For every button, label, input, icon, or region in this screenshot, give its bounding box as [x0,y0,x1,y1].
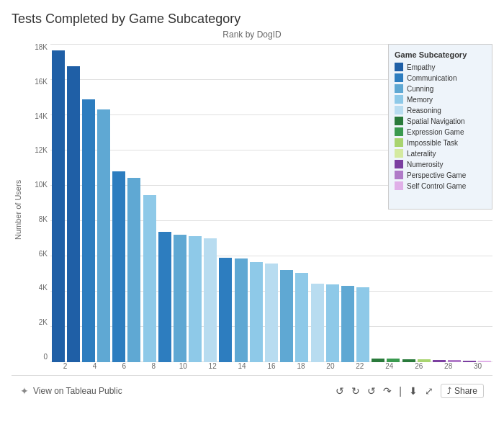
bar-group-8 [172,44,187,362]
chart-title: Tests Completed by Game Subcategory [12,12,492,27]
bar-20[interactable] [356,287,369,362]
bar-18[interactable] [326,284,339,362]
bar-24[interactable] [418,359,431,362]
legend-label-1: Communication [407,74,456,82]
bar-13[interactable] [250,262,263,362]
y-tick-2K: 2K [24,319,50,326]
x-tick-26: 26 [404,362,433,375]
bar-group-3 [96,44,112,362]
legend: Game SubcategoryEmpathyCommunicationCunn… [388,44,492,210]
bar-11[interactable] [219,258,232,362]
bar-group-7 [157,44,172,362]
tableau-link[interactable]: ✦ View on Tableau Public [20,385,122,397]
bar-27[interactable] [463,361,476,362]
y-tick-6K: 6K [24,251,50,258]
bar-1[interactable] [67,66,80,362]
bar-17[interactable] [311,284,324,362]
bar-group-4 [112,44,127,362]
x-tick-28: 28 [433,362,463,375]
legend-swatch-1 [395,73,403,82]
y-tick-0: 0 [24,354,50,361]
legend-item-11: Self Control Game [395,181,486,190]
bar-7[interactable] [158,232,171,362]
x-tick-24: 24 [374,362,404,375]
x-tick-16: 16 [257,362,287,375]
legend-item-10: Perspective Game [395,171,486,179]
share-button[interactable]: ⤴ Share [441,384,484,398]
redo-button[interactable]: ↻ [351,385,360,397]
undo-button[interactable]: ↺ [336,385,344,397]
bar-6[interactable] [143,195,156,362]
legend-label-8: Laterality [407,150,436,158]
legend-swatch-4 [395,106,403,114]
legend-item-3: Memory [395,95,486,104]
x-tick-22: 22 [345,362,374,375]
bar-22[interactable] [387,359,400,362]
bar-9[interactable] [189,236,202,362]
legend-item-7: Impossible Task [395,138,486,147]
legend-item-4: Reasoning [395,106,486,114]
bar-group-18 [325,44,340,362]
bar-group-1 [66,44,81,362]
bar-14[interactable] [265,264,278,362]
bar-0[interactable] [52,50,65,362]
expand-button[interactable]: ⤢ [425,385,433,397]
bar-19[interactable] [341,286,354,362]
y-tick-10K: 10K [24,181,50,189]
legend-swatch-0 [395,63,403,71]
bar-15[interactable] [280,270,293,362]
x-tick-18: 18 [287,362,316,375]
bar-group-10 [203,44,218,362]
legend-label-11: Self Control Game [407,182,466,190]
legend-item-5: Spatial Navigation [395,117,486,125]
share-icon: ⤴ [447,386,451,396]
bar-23[interactable] [402,359,415,362]
y-ticks: 02K4K6K8K10K12K14K16K18K [24,44,50,362]
legend-swatch-10 [395,171,403,179]
legend-swatch-8 [395,149,403,158]
y-tick-8K: 8K [24,216,50,223]
bar-group-9 [188,44,203,362]
bar-group-6 [142,44,157,362]
bar-2[interactable] [82,99,95,362]
bar-group-13 [248,44,264,362]
y-tick-4K: 4K [24,284,50,292]
bar-16[interactable] [295,273,308,362]
x-tick-2: 2 [50,362,80,375]
tableau-icon: ✦ [20,385,29,397]
bar-25[interactable] [433,360,446,362]
legend-label-4: Reasoning [407,107,441,114]
bar-12[interactable] [235,258,248,362]
forward-button[interactable]: ↷ [383,385,392,397]
bar-4[interactable] [112,171,125,362]
bar-21[interactable] [372,359,384,362]
bar-group-11 [218,44,233,362]
legend-label-5: Spatial Navigation [407,117,465,125]
bar-3[interactable] [97,109,110,362]
x-tick-12: 12 [198,362,228,375]
legend-item-8: Laterality [395,149,486,158]
back-button[interactable]: ↺ [367,385,376,397]
share-label: Share [454,386,477,396]
bar-28[interactable] [478,361,491,362]
bar-5[interactable] [127,178,140,362]
legend-swatch-6 [395,127,403,136]
legend-item-1: Communication [395,73,486,82]
y-tick-12K: 12K [24,147,50,154]
bar-26[interactable] [448,360,461,362]
bottom-controls: ↺ ↻ ↺ ↷ | ⬇ ⤢ ⤴ Share [336,384,484,398]
y-tick-14K: 14K [24,113,50,120]
bar-group-20 [355,44,370,362]
view-on-tableau-label: View on Tableau Public [33,386,122,396]
x-tick-8: 8 [139,362,168,375]
x-tick-4: 4 [80,362,109,375]
download-button[interactable]: ⬇ [409,385,418,397]
bar-8[interactable] [174,235,186,362]
y-axis-label: Number of Users [12,44,24,375]
x-tick-6: 6 [109,362,139,375]
bar-group-19 [340,44,355,362]
legend-label-2: Cunning [407,85,433,93]
bar-10[interactable] [204,238,217,362]
legend-swatch-11 [395,181,403,190]
legend-item-0: Empathy [395,63,486,71]
